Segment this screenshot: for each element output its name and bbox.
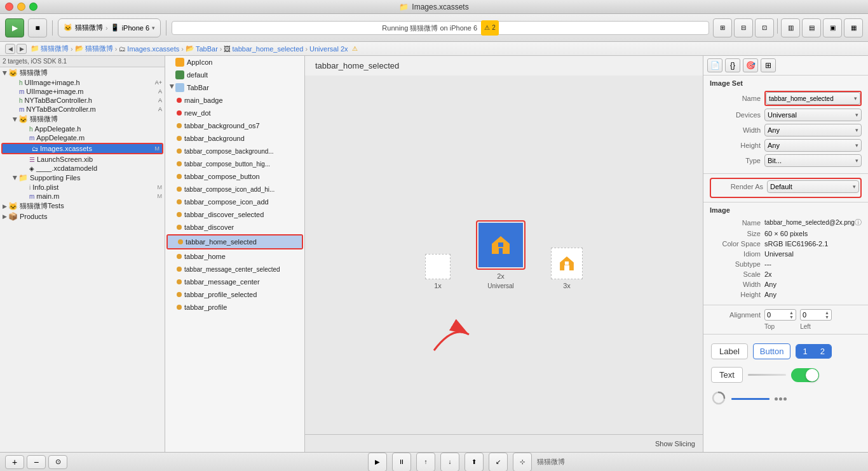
file-item-compose-add-h[interactable]: tabbar_compose_icon_add_hi... [165, 183, 304, 196]
nav-item-infoplist[interactable]: i Info.plist M [0, 183, 165, 192]
stop-button[interactable]: ■ [28, 18, 47, 37]
label-widget[interactable]: Label [711, 343, 748, 359]
file-item-discover-sel[interactable]: tabbar_discover_selected [165, 208, 304, 221]
spinner-arrows[interactable]: ▲▼ [789, 310, 794, 319]
segment-item-2[interactable]: 2 [814, 345, 831, 358]
navigator-toggle[interactable]: ⊞ [713, 18, 732, 37]
insp-tab-size[interactable]: ⊞ [761, 58, 776, 72]
remove-button[interactable]: − [27, 455, 46, 469]
nav-item-uiimage-h[interactable]: h UIImage+image.h A+ [0, 78, 165, 87]
layout-btn-1[interactable]: ▥ [781, 18, 800, 37]
height-select[interactable]: Any ▾ [764, 139, 862, 152]
step-over-btn[interactable]: ↑ [416, 453, 435, 472]
layout-btn-3[interactable]: ▣ [823, 18, 842, 37]
nav-item-launchscreen[interactable]: ☰ LaunchScreen.xib [0, 155, 165, 164]
nav-item-appdelegate-h[interactable]: h AppDelegate.h [0, 124, 165, 133]
file-item-new-dot[interactable]: new_dot [165, 107, 304, 119]
bc-item-4[interactable]: TabBar [196, 45, 218, 53]
nav-item-maowei[interactable]: ▶ 🐱 猫猫微博 [0, 67, 165, 78]
inspector-toggle[interactable]: ⊡ [755, 18, 774, 37]
breadcrumb-back[interactable]: ◀ [5, 44, 15, 54]
scale-1x-box[interactable] [425, 254, 451, 279]
file-item-appicon[interactable]: AppIcon [165, 56, 304, 69]
alignment-top-spinner[interactable]: 0 ▲▼ [764, 309, 796, 321]
nav-item-supporting[interactable]: ▶ 📁 Supporting Files [0, 173, 165, 183]
debug-btn[interactable]: ⊹ [513, 453, 532, 472]
bc-item-5[interactable]: tabbar_home_selected [232, 45, 303, 53]
render-as-select[interactable]: Default ▾ [767, 180, 859, 193]
pause-bottom-btn[interactable]: ⏸ [392, 453, 411, 472]
file-item-profile-sel[interactable]: tabbar_profile_selected [165, 288, 304, 301]
continue-btn[interactable]: ↙ [489, 453, 508, 472]
nav-label: 猫猫微博Tests [20, 201, 165, 211]
info-icon[interactable]: ⓘ [855, 218, 862, 227]
nav-item-images-xcassets[interactable]: 🗂 Images.xcassets M [3, 144, 162, 153]
warning-badge[interactable]: ⚠ 2 [481, 20, 499, 36]
filter-button[interactable]: ⊙ [48, 455, 67, 469]
slider-widget[interactable] [748, 368, 786, 382]
file-item-compose-bg[interactable]: tabbar_compose_background... [165, 145, 304, 157]
file-item-main-badge[interactable]: main_badge [165, 94, 304, 107]
minimize-button[interactable] [17, 3, 25, 11]
nav-item-main-m[interactable]: m main.m M [0, 192, 165, 201]
close-button[interactable] [5, 3, 13, 11]
bc-item-6[interactable]: Universal 2x [309, 45, 348, 53]
type-select[interactable]: Bit... ▾ [764, 154, 862, 167]
insp-tab-quick[interactable]: {} [725, 58, 740, 72]
run-button[interactable]: ▶ [5, 18, 24, 37]
segment-item-1[interactable]: 1 [796, 345, 813, 358]
scale-2x-box[interactable] [478, 223, 523, 267]
alignment-left-spinner[interactable]: 0 ▲▼ [800, 309, 832, 321]
scale-3x-box[interactable] [551, 248, 583, 279]
width-select[interactable]: Any ▾ [764, 124, 862, 136]
nav-item-tests[interactable]: ▶ 🐱 猫猫微博Tests [0, 201, 165, 211]
devices-select[interactable]: Universal ▾ [764, 109, 862, 121]
nav-item-nytabbar-m[interactable]: m NYTabBarController.m A [0, 105, 165, 114]
file-item-compose-btn[interactable]: tabbar_compose_button [165, 170, 304, 183]
nav-item-maomao-group[interactable]: ▶ 🐱 猫猫微博 [0, 114, 165, 124]
scheme-selector[interactable]: 🐱 猫猫微博 › 📱 iPhone 6 ▾ [58, 18, 161, 37]
insp-tab-file[interactable]: 📄 [707, 58, 722, 72]
orange-dot-icon [178, 239, 183, 244]
toggle-widget[interactable] [791, 368, 819, 382]
step-into-btn[interactable]: ↓ [440, 453, 459, 472]
bc-item-1[interactable]: 猫猫微博 [41, 44, 69, 53]
file-item-msg[interactable]: tabbar_message_center [165, 275, 304, 288]
nav-item-uiimage-m[interactable]: m UIImage+image.m A [0, 87, 165, 96]
name-select[interactable]: tabbar_home_selected ▾ [766, 92, 860, 105]
file-item-tabbar-bg-os7[interactable]: tabbar_background_os7 [165, 119, 304, 132]
file-item-default[interactable]: default [165, 69, 304, 81]
file-item-compose-add[interactable]: tabbar_compose_icon_add [165, 196, 304, 208]
file-item-home-sel[interactable]: tabbar_home_selected [168, 236, 302, 248]
file-item-profile[interactable]: tabbar_profile [165, 301, 304, 314]
file-list-panel: AppIcon default ▶ TabBar main_badge new_… [165, 56, 305, 452]
segment-widget[interactable]: 1 2 [796, 344, 831, 359]
type-value: Bit... [768, 157, 782, 164]
maximize-button[interactable] [29, 3, 37, 11]
nav-item-products[interactable]: ▶ 📦 Products [0, 211, 165, 222]
debug-toggle[interactable]: ⊟ [734, 18, 753, 37]
file-item-compose-btn-h[interactable]: tabbar_compose_button_hig... [165, 157, 304, 170]
file-item-tabbar-folder[interactable]: ▶ TabBar [165, 81, 304, 94]
insp-tab-identity[interactable]: 🎯 [743, 58, 758, 72]
nav-item-nytabbar-h[interactable]: h NYTabBarController.h A [0, 96, 165, 105]
file-item-tabbar-bg[interactable]: tabbar_background [165, 132, 304, 145]
layout-btn-4[interactable]: ▦ [844, 18, 863, 37]
text-widget[interactable]: Text [711, 367, 743, 383]
button-widget[interactable]: Button [753, 343, 791, 359]
file-item-home[interactable]: tabbar_home [165, 250, 304, 263]
add-button[interactable]: + [5, 455, 24, 469]
nav-item-xcdata[interactable]: ◈ ____.xcdatamodeld [0, 164, 165, 173]
breadcrumb-forward[interactable]: ▶ [17, 44, 27, 54]
file-item-msg-sel[interactable]: tabbar_message_center_selected [165, 263, 304, 275]
bc-item-3[interactable]: Images.xcassets [127, 45, 179, 53]
show-slicing-text[interactable]: Show Slicing [655, 440, 695, 448]
layout-btn-2[interactable]: ▤ [802, 18, 821, 37]
spinner-arrows[interactable]: ▲▼ [825, 310, 829, 319]
file-item-discover[interactable]: tabbar_discover [165, 221, 304, 234]
bc-item-2[interactable]: 猫猫微博 [85, 44, 113, 53]
play-bottom-btn[interactable]: ▶ [368, 453, 387, 472]
step-out-btn[interactable]: ⬆ [465, 453, 484, 472]
nav-item-appdelegate-m[interactable]: m AppDelegate.m [0, 133, 165, 142]
nav-group-label: 2 targets, iOS SDK 8.1 [0, 56, 165, 67]
